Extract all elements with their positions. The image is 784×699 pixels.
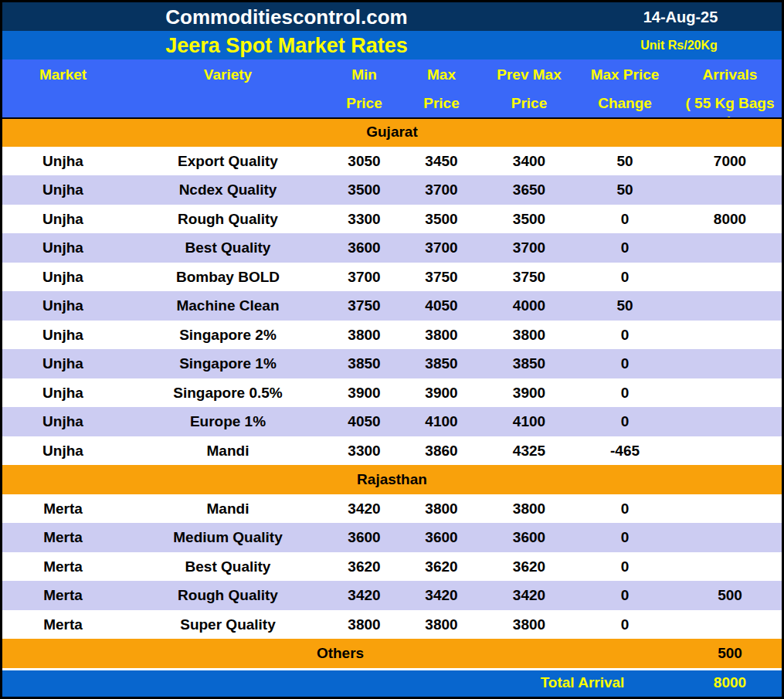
col-header-sublabel: Price bbox=[332, 93, 396, 113]
cell-max-price-change: 0 bbox=[572, 205, 678, 234]
others-label: Others bbox=[2, 639, 678, 668]
section-header-label: Rajasthan bbox=[357, 471, 427, 488]
cell-max-price-change: 0 bbox=[572, 610, 678, 640]
cell-prev-max-price: 4000 bbox=[487, 291, 572, 321]
cell-prev-max-price: 3420 bbox=[487, 581, 572, 610]
cell-market: Unjha bbox=[2, 321, 124, 350]
section-header-label: Gujarat bbox=[366, 124, 418, 141]
cell-min-price: 3050 bbox=[332, 147, 396, 176]
cell-variety: Singapore 0.5% bbox=[124, 378, 332, 408]
table-row: Unjha Best Quality 3600 3700 3700 0 bbox=[2, 233, 782, 263]
cell-market: Unjha bbox=[2, 291, 124, 321]
cell-max-price-change: 0 bbox=[572, 263, 678, 292]
col-header-sublabel: ( 55 Kg Bags bbox=[678, 93, 782, 113]
cell-prev-max-price: 3900 bbox=[487, 378, 572, 408]
cell-max-price: 3900 bbox=[396, 378, 487, 408]
cell-max-price-change: 0 bbox=[572, 581, 678, 610]
col-header-sublabel: Change bbox=[572, 93, 678, 113]
cell-max-price: 3450 bbox=[396, 147, 487, 176]
cell-arrivals: 500 bbox=[678, 581, 782, 610]
page-title: Jeera Spot Market Rates bbox=[165, 33, 408, 57]
cell-max-price: 3850 bbox=[396, 349, 487, 378]
table-body: Gujarat Unjha Export Quality 3050 3450 3… bbox=[2, 117, 782, 639]
cell-max-price: 3860 bbox=[396, 436, 487, 466]
cell-prev-max-price: 3800 bbox=[487, 494, 572, 524]
cell-min-price: 3600 bbox=[332, 233, 396, 263]
report-date: 14-Aug-25 bbox=[643, 8, 718, 25]
table-row: Unjha Europe 1% 4050 4100 4100 0 bbox=[2, 407, 782, 436]
cell-max-price: 3620 bbox=[396, 552, 487, 582]
col-header-label: Variety bbox=[204, 66, 252, 83]
cell-max-price-change: 0 bbox=[572, 523, 678, 552]
cell-max-price-change: 0 bbox=[572, 494, 678, 524]
section-header-rajasthan: Rajasthan bbox=[2, 465, 782, 494]
col-header-prev-max-price: Prev Max Price bbox=[487, 59, 572, 117]
cell-max-price-change: 0 bbox=[572, 378, 678, 408]
table-row: Unjha Machine Clean 3750 4050 4000 50 bbox=[2, 291, 782, 321]
cell-market: Unjha bbox=[2, 378, 124, 408]
cell-variety: Super Quality bbox=[124, 610, 332, 640]
cell-variety: Mandi bbox=[124, 494, 332, 524]
top-bar: Commoditiescontrol.com 14-Aug-25 bbox=[2, 2, 782, 31]
unit-label: Unit Rs/20Kg bbox=[640, 39, 718, 53]
cell-prev-max-price: 3500 bbox=[487, 205, 572, 234]
brand-title: Commoditiescontrol.com bbox=[165, 5, 407, 29]
table-row: Unjha Singapore 0.5% 3900 3900 3900 0 bbox=[2, 378, 782, 408]
cell-arrivals: 8000 bbox=[678, 205, 782, 234]
cell-market: Merta bbox=[2, 552, 124, 582]
cell-variety: Mandi bbox=[124, 436, 332, 466]
cell-variety: Ncdex Quality bbox=[124, 175, 332, 205]
cell-prev-max-price: 3600 bbox=[487, 523, 572, 552]
cell-max-price-change: 0 bbox=[572, 552, 678, 582]
cell-max-price-change: 50 bbox=[572, 175, 678, 205]
cell-max-price: 3750 bbox=[396, 263, 487, 292]
cell-prev-max-price: 3800 bbox=[487, 321, 572, 350]
cell-market: Unjha bbox=[2, 263, 124, 292]
cell-max-price-change: 50 bbox=[572, 147, 678, 176]
cell-max-price-change: 0 bbox=[572, 407, 678, 436]
cell-prev-max-price: 3700 bbox=[487, 233, 572, 263]
cell-prev-max-price: 3750 bbox=[487, 263, 572, 292]
col-header-max-price: Max Price bbox=[396, 59, 487, 117]
table-row: Unjha Singapore 1% 3850 3850 3850 0 bbox=[2, 349, 782, 378]
cell-variety: Best Quality bbox=[124, 233, 332, 263]
table-row: Merta Mandi 3420 3800 3800 0 bbox=[2, 494, 782, 524]
col-header-label: Arrivals bbox=[703, 66, 758, 83]
cell-min-price: 3600 bbox=[332, 523, 396, 552]
cell-market: Unjha bbox=[2, 205, 124, 234]
others-row: Others 500 bbox=[2, 639, 782, 668]
cell-max-price-change: -465 bbox=[572, 436, 678, 466]
col-header-arrivals: Arrivals ( 55 Kg Bags ) bbox=[678, 59, 782, 117]
title-bar: Jeera Spot Market Rates Unit Rs/20Kg bbox=[2, 31, 782, 59]
cell-min-price: 3750 bbox=[332, 291, 396, 321]
table-row: Merta Super Quality 3800 3800 3800 0 bbox=[2, 610, 782, 640]
table-row: Unjha Mandi 3300 3860 4325 -465 bbox=[2, 436, 782, 466]
cell-max-price: 4050 bbox=[396, 291, 487, 321]
cell-market: Unjha bbox=[2, 233, 124, 263]
cell-min-price: 4050 bbox=[332, 407, 396, 436]
col-header-sublabel: Price bbox=[396, 93, 487, 113]
cell-variety: Singapore 2% bbox=[124, 321, 332, 350]
cell-market: Merta bbox=[2, 494, 124, 524]
others-arrivals: 500 bbox=[678, 639, 782, 668]
cell-max-price: 3800 bbox=[396, 610, 487, 640]
col-header-min-price: Min Price bbox=[332, 59, 396, 117]
col-header-label: Min bbox=[351, 66, 377, 83]
cell-prev-max-price: 3800 bbox=[487, 610, 572, 640]
cell-max-price: 3800 bbox=[396, 321, 487, 350]
table-row: Unjha Singapore 2% 3800 3800 3800 0 bbox=[2, 321, 782, 350]
cell-market: Unjha bbox=[2, 407, 124, 436]
cell-min-price: 3700 bbox=[332, 263, 396, 292]
col-header-sublabel: Price bbox=[487, 93, 572, 113]
cell-arrivals: 7000 bbox=[678, 147, 782, 176]
cell-max-price: 4100 bbox=[396, 407, 487, 436]
table-row: Merta Medium Quality 3600 3600 3600 0 bbox=[2, 523, 782, 552]
cell-max-price-change: 0 bbox=[572, 321, 678, 350]
col-header-label: Max Price bbox=[591, 66, 660, 83]
cell-variety: Machine Clean bbox=[124, 291, 332, 321]
col-header-sublabel-wrap: ) bbox=[678, 112, 782, 117]
cell-prev-max-price: 3620 bbox=[487, 552, 572, 582]
cell-market: Merta bbox=[2, 610, 124, 640]
cell-min-price: 3620 bbox=[332, 552, 396, 582]
table-row: Unjha Rough Quality 3300 3500 3500 0 800… bbox=[2, 205, 782, 234]
